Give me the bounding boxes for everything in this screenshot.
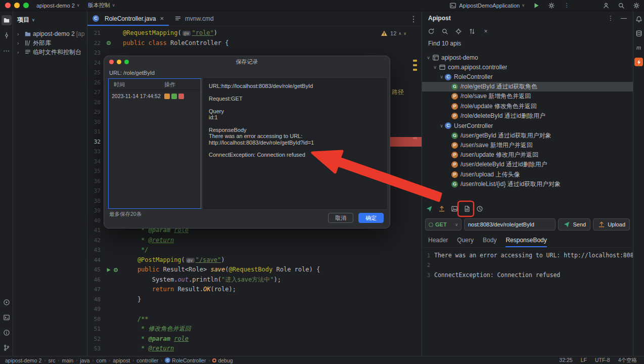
api-tree-item[interactable]: P/user/upload 上传头像 (422, 170, 633, 179)
code-text[interactable]: */ (123, 245, 422, 255)
tab-query[interactable]: Query (457, 237, 474, 247)
stripe-mark[interactable] (413, 64, 417, 66)
chevron-down-icon[interactable]: ∨ (425, 55, 432, 60)
dialog-minimize-button[interactable] (117, 60, 121, 64)
breadcrumb-item[interactable]: CRoleController (165, 357, 206, 363)
terminal-toolwindow-icon[interactable] (2, 312, 12, 323)
code-text[interactable]: @PostMapping(@∨"/save") (123, 255, 422, 265)
history-icon[interactable] (476, 205, 484, 213)
search-icon[interactable] (617, 2, 625, 10)
breadcrumb-item[interactable]: debug (212, 357, 233, 363)
expand-collapse-icon[interactable] (468, 27, 476, 35)
tab-mvnw[interactable]: mvnw.cmd (169, 11, 219, 26)
ok-button[interactable]: 确定 (358, 213, 384, 223)
url-input[interactable]: nost:8083/dev/role/getById (464, 218, 556, 231)
send-button[interactable]: Send (558, 218, 590, 231)
breadcrumb-item[interactable]: com (96, 357, 106, 363)
prev-problem-icon[interactable]: ∧ (398, 31, 401, 36)
run-options-icon[interactable] (547, 2, 556, 10)
op-restore-icon[interactable] (164, 94, 170, 99)
editor-error-stripe[interactable] (412, 11, 418, 356)
code-text[interactable]: public Result<Role> save(@RequestBody Ro… (123, 265, 422, 275)
breadcrumb-item[interactable]: apipost-demo 2 (5, 357, 41, 363)
project-item[interactable]: ›外部库 (13, 38, 87, 48)
zoom-window-button[interactable] (23, 3, 29, 8)
code-text[interactable]: } (123, 295, 422, 305)
status-widget[interactable]: LF (581, 357, 587, 364)
op-delete-icon[interactable] (178, 94, 184, 99)
api-tree-item[interactable]: ∨CUserController (422, 121, 633, 130)
breadcrumb-item[interactable]: apipost (113, 357, 130, 363)
api-tree-item[interactable]: P/user/save 新增用户并返回 (422, 141, 633, 150)
send-icon[interactable] (425, 205, 433, 213)
savedoc-icon[interactable] (463, 205, 471, 213)
api-tree-item[interactable]: ∨com.apipost.controller (422, 62, 633, 72)
code-text[interactable]: * @return (123, 344, 422, 354)
project-selector[interactable]: apipost-demo 2 ∨ (32, 0, 84, 11)
tab-body[interactable]: Body (483, 237, 496, 247)
project-panel-header[interactable]: 项目 ∨ (13, 13, 87, 26)
project-item[interactable]: ›apipost-demo 2 [ap (13, 29, 87, 38)
close-icon[interactable]: × (160, 15, 164, 22)
chevron-down-icon[interactable]: ∨ (438, 74, 445, 79)
search-icon[interactable] (441, 27, 449, 35)
close-window-button[interactable] (5, 3, 11, 8)
chevron-down-icon[interactable]: ∨ (432, 65, 438, 70)
api-tree-item[interactable]: G/user/roleList/{id} 通过id获取用户对象 (422, 179, 633, 189)
bean-gutter-icon[interactable] (106, 40, 112, 46)
code-text[interactable]: System.out.println("进入save方法中"); (123, 275, 422, 285)
refresh-icon[interactable] (427, 27, 435, 35)
breadcrumb-item[interactable]: src (48, 357, 55, 363)
inspections-widget[interactable]: 12 ∧ ∨ (380, 29, 406, 37)
minimize-window-button[interactable] (14, 3, 20, 8)
status-widget[interactable]: 4个空格 (618, 357, 637, 364)
database-icon[interactable] (635, 29, 643, 37)
user-icon[interactable] (602, 2, 610, 10)
code-text[interactable]: @RequestMapping(@∨"role") (123, 28, 422, 38)
code-text[interactable]: /** (123, 314, 422, 325)
api-tree-item[interactable]: ∨apipost-demo (422, 53, 633, 62)
tab-rolecontroller[interactable]: C RoleController.java × (87, 11, 169, 26)
code-text[interactable]: * @return (123, 236, 422, 246)
code-text[interactable]: * 修改角色并返回 (123, 324, 422, 334)
upload-button[interactable]: Upload (593, 218, 630, 231)
dialog-zoom-button[interactable] (124, 60, 129, 64)
minimize-panel-icon[interactable]: — (620, 14, 628, 22)
api-tree-item[interactable]: P/user/update 修改用户并返回 (422, 150, 633, 160)
api-tree-item[interactable]: P/role/deleteById 通过id删除用户 (422, 111, 633, 121)
next-problem-icon[interactable]: ∨ (403, 31, 406, 36)
run-gutter-icon[interactable] (106, 267, 112, 273)
breadcrumb-item[interactable]: main (62, 357, 73, 363)
stripe-mark[interactable] (413, 69, 417, 71)
more-h-toolwindow-icon[interactable]: ⋯ (2, 46, 12, 56)
breadcrumb-item[interactable]: controller (136, 357, 158, 363)
cancel-button[interactable]: 取消 (328, 213, 353, 223)
chevron-down-icon[interactable]: ∨ (438, 123, 445, 128)
notifications-icon[interactable] (635, 15, 643, 23)
settings-icon[interactable] (632, 2, 640, 10)
code-text[interactable]: * @param role (123, 334, 422, 344)
locate-icon[interactable] (454, 27, 463, 35)
bean-gutter-icon[interactable] (113, 267, 119, 273)
folder-toolwindow-icon[interactable] (2, 15, 12, 25)
run-config-selector[interactable]: ApipostDemoApplication ∨ (445, 0, 529, 11)
code-text[interactable]: return Result.OK(role); (123, 285, 422, 295)
panel-options-icon[interactable]: ⋮ (607, 14, 615, 22)
api-tree-item[interactable]: ∨CRoleController (422, 72, 633, 82)
tab-header[interactable]: Header (428, 237, 448, 247)
info-toolwindow-icon[interactable] (2, 328, 12, 338)
upload-icon[interactable] (438, 205, 446, 213)
run-button[interactable] (532, 2, 540, 10)
record-row[interactable]: 2023-11-14 17:44:52 (109, 90, 201, 102)
api-tree-item[interactable]: P/role/save 新增角色并返回 (422, 92, 633, 101)
code-text[interactable] (123, 304, 422, 314)
close-panel-icon[interactable]: × (482, 27, 490, 35)
api-tree-item[interactable]: G/role/getById 通过id获取角色 (422, 82, 633, 92)
vcs-menu[interactable]: 版本控制 ∨ (84, 0, 119, 11)
project-item[interactable]: ›临时文件和控制台 (13, 48, 87, 57)
more-actions-icon[interactable]: ⋮ (563, 2, 571, 10)
method-select[interactable]: GET ∨ (425, 218, 462, 231)
api-tree-item[interactable]: G/user/getById 通过id获取用户对象 (422, 130, 633, 140)
status-widget[interactable]: UTF-8 (595, 357, 610, 364)
dialog-close-button[interactable] (109, 60, 114, 64)
